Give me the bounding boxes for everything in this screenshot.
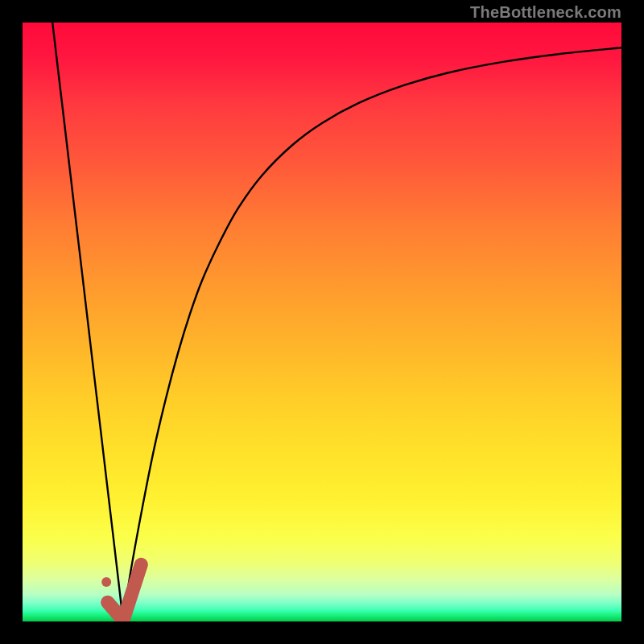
curve-layer [52, 23, 621, 621]
check-marker [108, 564, 142, 620]
curve-right-branch [123, 47, 621, 621]
marker-layer [101, 564, 141, 620]
attribution-text: TheBottleneck.com [470, 3, 621, 22]
dot-marker [101, 577, 111, 587]
outer-frame: TheBottleneck.com [0, 0, 644, 644]
curve-left-branch [52, 23, 123, 621]
plot-area [23, 23, 621, 621]
chart-svg [23, 23, 621, 621]
